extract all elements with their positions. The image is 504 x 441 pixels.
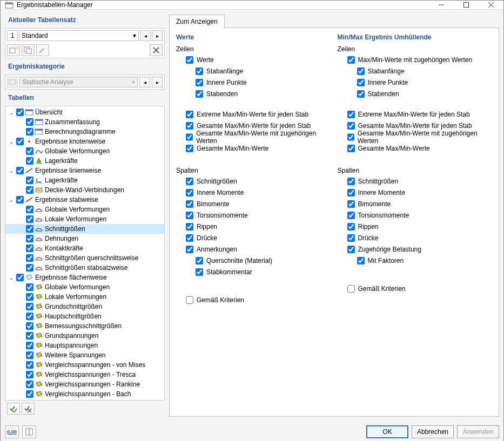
- tree-checkbox[interactable]: [26, 371, 33, 378]
- tree-checkbox[interactable]: [26, 342, 33, 349]
- check-all-button[interactable]: [7, 403, 20, 415]
- tree-node[interactable]: Hauptspannungen: [5, 341, 164, 350]
- collapse-icon[interactable]: ⌄: [8, 275, 15, 281]
- tree-checkbox[interactable]: [26, 206, 33, 213]
- category-icon-button[interactable]: [7, 77, 18, 87]
- tree-node[interactable]: Kontaktkräfte: [5, 243, 164, 253]
- tree-node[interactable]: Globale Verformungen: [5, 205, 164, 214]
- collapse-icon[interactable]: ⌄: [8, 197, 15, 203]
- tree-checkbox[interactable]: [16, 167, 24, 174]
- rename-tableset-button[interactable]: [36, 44, 49, 56]
- option-checkbox[interactable]: [196, 90, 203, 98]
- option-checkbox[interactable]: [347, 122, 355, 130]
- new-tableset-button[interactable]: ✶: [7, 44, 20, 56]
- tree-node[interactable]: Vergleichsspannungen - Tresca: [5, 370, 164, 379]
- option-checkbox[interactable]: [347, 223, 355, 230]
- option-checkbox[interactable]: [347, 285, 355, 293]
- collapse-icon[interactable]: ⌄: [8, 168, 15, 174]
- tree-node[interactable]: Zusammenfassung: [5, 117, 164, 127]
- option-checkbox[interactable]: [347, 111, 355, 118]
- tree-node[interactable]: Bemessungsschnittgrößen: [5, 321, 164, 331]
- tree-node[interactable]: Hauptschnittgrößen: [5, 311, 164, 321]
- option-checkbox[interactable]: [186, 56, 193, 64]
- tree-checkbox[interactable]: [26, 264, 33, 272]
- tree-checkbox[interactable]: [26, 390, 33, 398]
- tableset-next-button[interactable]: ▸: [152, 30, 163, 41]
- ok-button[interactable]: OK: [366, 425, 408, 438]
- tree-node[interactable]: ⌄Ergebnisse linienweise: [5, 166, 164, 175]
- tree-checkbox[interactable]: [26, 283, 33, 291]
- collapse-icon[interactable]: ⌄: [8, 110, 15, 116]
- option-checkbox[interactable]: [186, 246, 193, 253]
- tables-tree[interactable]: ⌄ÜbersichtZusammenfassungBerechnungsdiag…: [5, 106, 165, 401]
- tree-checkbox[interactable]: [26, 147, 33, 155]
- tree-node[interactable]: Vergleichsspannungen - Bach: [5, 389, 164, 399]
- tree-node[interactable]: Schnittgrößen stabsatzweise: [5, 263, 164, 273]
- option-checkbox[interactable]: [347, 178, 355, 185]
- tree-checkbox[interactable]: [26, 361, 33, 369]
- delete-tableset-button[interactable]: [150, 44, 163, 56]
- option-checkbox[interactable]: [347, 56, 355, 64]
- option-checkbox[interactable]: [347, 133, 354, 141]
- option-checkbox[interactable]: [347, 234, 355, 242]
- tree-node[interactable]: ⌄Ergebnisse flächenweise: [5, 273, 164, 282]
- tree-checkbox[interactable]: [26, 322, 33, 330]
- option-checkbox[interactable]: [186, 200, 193, 208]
- copy-tableset-button[interactable]: [22, 44, 35, 56]
- tree-node[interactable]: ⌄Ergebnisse stabweise: [5, 195, 164, 205]
- tree-node[interactable]: Grundschnittgrößen: [5, 302, 164, 311]
- option-checkbox[interactable]: [186, 189, 193, 196]
- cancel-button[interactable]: Abbrechen: [412, 425, 454, 438]
- apply-button[interactable]: Anwenden: [457, 425, 499, 438]
- tableset-prev-button[interactable]: ◂: [140, 30, 151, 41]
- option-checkbox[interactable]: [186, 145, 193, 152]
- tree-checkbox[interactable]: [26, 254, 33, 262]
- option-checkbox[interactable]: [196, 67, 203, 75]
- tableset-select[interactable]: Standard ▾: [19, 30, 139, 41]
- units-button[interactable]: 0,00: [5, 425, 19, 438]
- collapse-icon[interactable]: ⌄: [8, 139, 15, 145]
- option-checkbox[interactable]: [347, 145, 355, 152]
- tree-checkbox[interactable]: [26, 177, 33, 184]
- tree-checkbox[interactable]: [26, 313, 33, 320]
- option-checkbox[interactable]: [196, 268, 203, 276]
- option-checkbox[interactable]: [186, 133, 193, 141]
- tree-node[interactable]: Vergleichsspannungen - Rankine: [5, 379, 164, 389]
- option-checkbox[interactable]: [347, 246, 355, 253]
- tree-checkbox[interactable]: [26, 293, 33, 301]
- uncheck-all-button[interactable]: [22, 403, 35, 415]
- tree-node[interactable]: Vergleichsspannungen - von Mises: [5, 360, 164, 370]
- tree-node[interactable]: Berechnungsdiagramme: [5, 127, 164, 137]
- tree-checkbox[interactable]: [16, 108, 24, 116]
- tab-display[interactable]: Zum Anzeigen: [169, 15, 225, 28]
- tree-checkbox[interactable]: [26, 303, 33, 310]
- maximize-button[interactable]: [454, 1, 479, 9]
- tree-node[interactable]: Dehnungen: [5, 234, 164, 243]
- tree-node[interactable]: Schnittgrößen querschnittsweise: [5, 253, 164, 263]
- option-checkbox[interactable]: [357, 79, 365, 86]
- option-checkbox[interactable]: [347, 189, 355, 196]
- option-checkbox[interactable]: [357, 90, 365, 98]
- tree-checkbox[interactable]: [26, 332, 33, 340]
- tree-node[interactable]: Lokale Verformungen: [5, 292, 164, 302]
- export-button[interactable]: [22, 425, 36, 438]
- tree-node[interactable]: ⌄Ergebnisse knotenweise: [5, 137, 164, 146]
- option-checkbox[interactable]: [186, 178, 193, 185]
- tree-checkbox[interactable]: [26, 235, 33, 242]
- tree-node[interactable]: Schnittgrößen: [5, 224, 164, 234]
- tree-checkbox[interactable]: [26, 186, 33, 194]
- tree-checkbox[interactable]: [26, 225, 33, 233]
- tree-node[interactable]: Lagerkräfte: [5, 175, 164, 185]
- option-checkbox[interactable]: [186, 111, 193, 118]
- tree-checkbox[interactable]: [16, 274, 24, 281]
- tree-checkbox[interactable]: [16, 196, 24, 203]
- minimize-button[interactable]: [429, 1, 454, 9]
- tree-node[interactable]: Grundspannungen: [5, 331, 164, 341]
- tree-node[interactable]: ⌄Übersicht: [5, 107, 164, 117]
- tree-node[interactable]: Decke-Wand-Verbindungen: [5, 185, 164, 195]
- tree-checkbox[interactable]: [26, 157, 33, 165]
- option-checkbox[interactable]: [186, 122, 193, 130]
- option-checkbox[interactable]: [196, 79, 203, 86]
- option-checkbox[interactable]: [186, 212, 193, 219]
- option-checkbox[interactable]: [196, 257, 203, 264]
